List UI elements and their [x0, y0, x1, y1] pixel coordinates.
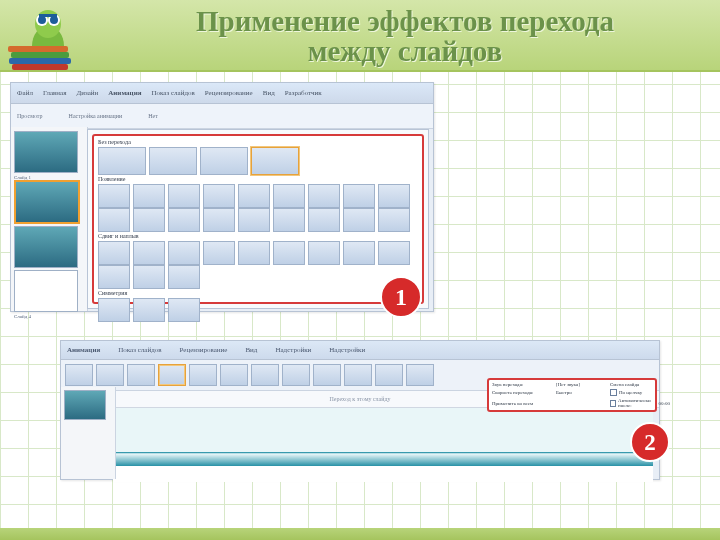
- transition-thumb: [238, 184, 270, 208]
- slide-thumb: [64, 390, 106, 420]
- tab: Анимация: [67, 346, 100, 354]
- group-label: Сдвиг и наплыв: [98, 233, 418, 239]
- transition-thumb: [168, 184, 200, 208]
- slide-title: Применение эффектов перехода между слайд…: [100, 6, 710, 67]
- opt-value: Быстро: [556, 388, 606, 396]
- group-label: Нет: [148, 113, 158, 119]
- tab: Дизайн: [76, 89, 98, 97]
- transition-thumb: [203, 208, 235, 232]
- transition-thumb: [203, 184, 235, 208]
- svg-point-4: [38, 16, 46, 24]
- ribbon-tabs-1: Файл Главная Дизайн Анимация Показ слайд…: [11, 83, 433, 104]
- transition-thumb: [168, 265, 200, 289]
- powerpoint-screenshot-2: Анимация Показ слайдов Рецензирование Ви…: [60, 340, 660, 480]
- step-number: 1: [395, 285, 407, 309]
- transition-thumb: [238, 241, 270, 265]
- transition-thumb: [133, 184, 165, 208]
- title-line-1: Применение эффектов перехода: [196, 5, 614, 37]
- transition-thumb-selected: [158, 364, 186, 386]
- opt-label: Звук перехода:: [492, 381, 552, 387]
- tab: Показ слайдов: [151, 89, 194, 97]
- tab: Показ слайдов: [118, 346, 161, 354]
- transition-thumb: [98, 184, 130, 208]
- transition-thumb-selected: [251, 147, 299, 175]
- transition-thumb: [189, 364, 217, 386]
- opt-button: Применить ко всем: [492, 398, 606, 409]
- transition-thumb: [203, 241, 235, 265]
- group-label: Появление: [98, 176, 418, 182]
- transition-thumb: [251, 364, 279, 386]
- opt-value: [Нет звука]: [556, 381, 606, 387]
- group-label: Без перехода: [98, 139, 418, 145]
- transition-thumb: [238, 208, 270, 232]
- opt-check: Автоматически после: 00:00: [610, 398, 670, 409]
- transition-gallery: Без перехода Появление Сдвиг и наплыв Си: [87, 129, 429, 309]
- svg-rect-7: [8, 46, 68, 52]
- transition-thumb: [308, 208, 340, 232]
- slide-thumbnail-pane-2: [61, 387, 116, 479]
- transition-thumb: [98, 241, 130, 265]
- tab: Рецензирование: [180, 346, 228, 354]
- svg-rect-8: [11, 52, 69, 58]
- opt-label: Смена слайда: [610, 381, 670, 387]
- tab: Надстройки: [275, 346, 311, 354]
- slide-thumb: [14, 131, 78, 173]
- transition-thumb: [343, 184, 375, 208]
- transition-thumb: [273, 208, 305, 232]
- slide-canvas-preview: [113, 408, 653, 482]
- step-number: 2: [644, 431, 656, 454]
- transition-thumb: [308, 184, 340, 208]
- transition-thumb: [273, 241, 305, 265]
- transition-thumb: [308, 241, 340, 265]
- thumb-label: Слайд 4: [14, 314, 84, 319]
- group-caption: Переход к этому слайду: [329, 396, 390, 402]
- ribbon-toolbar-2: Звук перехода: [Нет звука] Смена слайда …: [61, 360, 659, 391]
- ribbon-tabs-2: Анимация Показ слайдов Рецензирование Ви…: [61, 341, 659, 360]
- step-marker-2: 2: [630, 422, 670, 462]
- ribbon-toolbar-1: Просмотр Настройка анимации Нет: [11, 104, 433, 129]
- svg-rect-9: [9, 58, 71, 64]
- transition-gallery-highlight: Без перехода Появление Сдвиг и наплыв Си: [92, 134, 424, 304]
- transition-thumb: [378, 208, 410, 232]
- transition-thumb: [98, 265, 130, 289]
- transition-thumb: [200, 147, 248, 175]
- group-label: Просмотр: [17, 113, 43, 119]
- slide-thumb: [14, 270, 78, 312]
- slide-thumb-selected: [14, 180, 80, 224]
- transition-thumb: [168, 208, 200, 232]
- transition-thumb: [133, 208, 165, 232]
- transition-thumb: [406, 364, 434, 386]
- transition-options-highlight: Звук перехода: [Нет звука] Смена слайда …: [487, 378, 657, 412]
- svg-rect-10: [12, 64, 68, 70]
- transition-thumb: [375, 364, 403, 386]
- powerpoint-screenshot-1: Файл Главная Дизайн Анимация Показ слайд…: [10, 82, 434, 312]
- transition-thumb: [133, 265, 165, 289]
- group-label: Настройка анимации: [69, 113, 123, 119]
- transition-thumb: [343, 241, 375, 265]
- transition-thumb: [98, 208, 130, 232]
- tab: Надстройки: [329, 346, 365, 354]
- transition-thumb: [133, 298, 165, 322]
- transition-thumb: [96, 364, 124, 386]
- slide-thumb: [14, 226, 78, 268]
- transition-thumb: [313, 364, 341, 386]
- opt-check: По щелчку: [610, 388, 670, 396]
- tab: Вид: [245, 346, 257, 354]
- tab: Анимация: [108, 89, 141, 97]
- transition-thumb: [273, 184, 305, 208]
- tab: Главная: [43, 89, 67, 97]
- tab: Рецензирование: [205, 89, 253, 97]
- tab: Вид: [263, 89, 275, 97]
- checkbox-icon: [610, 400, 616, 407]
- transition-thumb: [168, 241, 200, 265]
- footer-bar: [0, 528, 720, 540]
- tab: Разработчик: [285, 89, 322, 97]
- title-line-2: между слайдов: [308, 35, 503, 67]
- checkbox-icon: [610, 389, 617, 396]
- transition-thumb: [378, 241, 410, 265]
- slide-thumbnail-pane: Слайд 1 Слайд 4: [11, 127, 88, 311]
- transition-thumb: [168, 298, 200, 322]
- transition-thumb: [220, 364, 248, 386]
- tab: Файл: [17, 89, 33, 97]
- transition-thumb: [98, 298, 130, 322]
